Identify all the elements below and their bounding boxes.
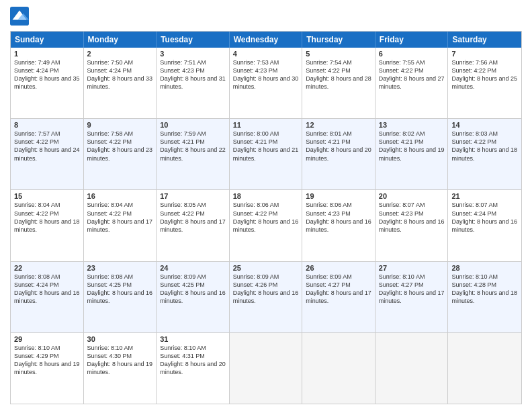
- day-number: 8: [14, 121, 80, 129]
- day-number: 11: [233, 121, 299, 129]
- page: SundayMondayTuesdayWednesdayThursdayFrid…: [0, 0, 532, 411]
- day-number: 18: [233, 192, 299, 200]
- day-number: 22: [14, 264, 80, 272]
- day-number: 14: [451, 121, 518, 129]
- day-info: Sunrise: 7:49 AMSunset: 4:24 PMDaylight:…: [14, 58, 80, 91]
- empty-cell: [448, 333, 521, 404]
- day-number: 4: [233, 50, 299, 58]
- day-info: Sunrise: 8:10 AMSunset: 4:27 PMDaylight:…: [379, 273, 445, 306]
- day-info: Sunrise: 8:08 AMSunset: 4:24 PMDaylight:…: [14, 273, 80, 306]
- day-number: 10: [160, 121, 226, 129]
- calendar-body: 1Sunrise: 7:49 AMSunset: 4:24 PMDaylight…: [11, 48, 521, 404]
- empty-cell: [302, 333, 375, 404]
- day-info: Sunrise: 8:04 AMSunset: 4:22 PMDaylight:…: [14, 201, 80, 234]
- day-cell-20: 20Sunrise: 8:07 AMSunset: 4:23 PMDayligh…: [375, 190, 449, 261]
- day-cell-15: 15Sunrise: 8:04 AMSunset: 4:22 PMDayligh…: [11, 190, 84, 261]
- day-cell-29: 29Sunrise: 8:10 AMSunset: 4:29 PMDayligh…: [11, 333, 84, 404]
- day-info: Sunrise: 7:57 AMSunset: 4:22 PMDaylight:…: [14, 130, 80, 163]
- day-number: 26: [306, 264, 371, 272]
- day-number: 9: [87, 121, 153, 129]
- day-number: 12: [306, 121, 371, 129]
- day-cell-11: 11Sunrise: 8:00 AMSunset: 4:21 PMDayligh…: [230, 119, 303, 189]
- day-info: Sunrise: 7:55 AMSunset: 4:22 PMDaylight:…: [379, 58, 445, 91]
- day-info: Sunrise: 7:58 AMSunset: 4:22 PMDaylight:…: [87, 130, 153, 163]
- day-cell-7: 7Sunrise: 7:56 AMSunset: 4:22 PMDaylight…: [448, 48, 521, 118]
- day-number: 6: [379, 50, 445, 58]
- calendar-row-5: 29Sunrise: 8:10 AMSunset: 4:29 PMDayligh…: [11, 332, 521, 404]
- day-info: Sunrise: 7:56 AMSunset: 4:22 PMDaylight:…: [451, 58, 518, 91]
- day-cell-22: 22Sunrise: 8:08 AMSunset: 4:24 PMDayligh…: [11, 262, 84, 332]
- day-number: 30: [87, 335, 153, 343]
- day-info: Sunrise: 8:09 AMSunset: 4:25 PMDaylight:…: [160, 273, 226, 306]
- day-cell-4: 4Sunrise: 7:53 AMSunset: 4:23 PMDaylight…: [230, 48, 303, 118]
- day-number: 27: [379, 264, 445, 272]
- day-info: Sunrise: 8:06 AMSunset: 4:22 PMDaylight:…: [233, 201, 299, 234]
- day-info: Sunrise: 8:00 AMSunset: 4:21 PMDaylight:…: [233, 130, 299, 163]
- header-day-sunday: Sunday: [11, 32, 84, 48]
- day-cell-27: 27Sunrise: 8:10 AMSunset: 4:27 PMDayligh…: [375, 262, 449, 332]
- logo: [10, 7, 32, 26]
- day-number: 24: [160, 264, 226, 272]
- day-number: 7: [451, 50, 518, 58]
- day-info: Sunrise: 8:04 AMSunset: 4:22 PMDaylight:…: [87, 201, 153, 234]
- day-number: 3: [160, 50, 226, 58]
- day-number: 5: [306, 50, 371, 58]
- calendar-header: SundayMondayTuesdayWednesdayThursdayFrid…: [11, 32, 521, 48]
- day-cell-23: 23Sunrise: 8:08 AMSunset: 4:25 PMDayligh…: [84, 262, 157, 332]
- day-cell-9: 9Sunrise: 7:58 AMSunset: 4:22 PMDaylight…: [84, 119, 157, 189]
- calendar: SundayMondayTuesdayWednesdayThursdayFrid…: [10, 31, 522, 404]
- day-info: Sunrise: 8:01 AMSunset: 4:21 PMDaylight:…: [306, 130, 371, 163]
- header-day-thursday: Thursday: [302, 32, 375, 48]
- day-cell-19: 19Sunrise: 8:06 AMSunset: 4:23 PMDayligh…: [302, 190, 375, 261]
- day-info: Sunrise: 8:09 AMSunset: 4:26 PMDaylight:…: [233, 273, 299, 306]
- day-number: 16: [87, 192, 153, 200]
- day-info: Sunrise: 8:07 AMSunset: 4:24 PMDaylight:…: [451, 201, 518, 234]
- day-cell-10: 10Sunrise: 7:59 AMSunset: 4:21 PMDayligh…: [157, 119, 230, 189]
- day-cell-16: 16Sunrise: 8:04 AMSunset: 4:22 PMDayligh…: [84, 190, 157, 261]
- day-info: Sunrise: 7:54 AMSunset: 4:22 PMDaylight:…: [306, 58, 371, 91]
- day-cell-26: 26Sunrise: 8:09 AMSunset: 4:27 PMDayligh…: [302, 262, 375, 332]
- day-cell-30: 30Sunrise: 8:10 AMSunset: 4:30 PMDayligh…: [84, 333, 157, 404]
- day-number: 29: [14, 335, 80, 343]
- day-cell-21: 21Sunrise: 8:07 AMSunset: 4:24 PMDayligh…: [448, 190, 521, 261]
- day-cell-17: 17Sunrise: 8:05 AMSunset: 4:22 PMDayligh…: [157, 190, 230, 261]
- day-cell-12: 12Sunrise: 8:01 AMSunset: 4:21 PMDayligh…: [302, 119, 375, 189]
- day-cell-13: 13Sunrise: 8:02 AMSunset: 4:21 PMDayligh…: [375, 119, 449, 189]
- day-info: Sunrise: 8:06 AMSunset: 4:23 PMDaylight:…: [306, 201, 371, 234]
- empty-cell: [230, 333, 303, 404]
- day-number: 15: [14, 192, 80, 200]
- day-info: Sunrise: 7:50 AMSunset: 4:24 PMDaylight:…: [87, 58, 153, 91]
- header: [10, 7, 522, 26]
- day-number: 25: [233, 264, 299, 272]
- day-cell-28: 28Sunrise: 8:10 AMSunset: 4:28 PMDayligh…: [448, 262, 521, 332]
- day-info: Sunrise: 8:05 AMSunset: 4:22 PMDaylight:…: [160, 201, 226, 234]
- calendar-row-4: 22Sunrise: 8:08 AMSunset: 4:24 PMDayligh…: [11, 261, 521, 332]
- day-cell-3: 3Sunrise: 7:51 AMSunset: 4:23 PMDaylight…: [157, 48, 230, 118]
- day-number: 20: [379, 192, 445, 200]
- header-day-saturday: Saturday: [448, 32, 521, 48]
- day-number: 21: [451, 192, 518, 200]
- day-info: Sunrise: 8:03 AMSunset: 4:22 PMDaylight:…: [451, 130, 518, 163]
- day-info: Sunrise: 8:02 AMSunset: 4:21 PMDaylight:…: [379, 130, 445, 163]
- day-cell-18: 18Sunrise: 8:06 AMSunset: 4:22 PMDayligh…: [230, 190, 303, 261]
- day-number: 19: [306, 192, 371, 200]
- header-day-monday: Monday: [84, 32, 157, 48]
- header-day-friday: Friday: [375, 32, 449, 48]
- day-info: Sunrise: 8:10 AMSunset: 4:29 PMDaylight:…: [14, 344, 80, 377]
- empty-cell: [375, 333, 449, 404]
- calendar-row-3: 15Sunrise: 8:04 AMSunset: 4:22 PMDayligh…: [11, 189, 521, 261]
- day-info: Sunrise: 8:10 AMSunset: 4:30 PMDaylight:…: [87, 344, 153, 377]
- day-number: 17: [160, 192, 226, 200]
- day-info: Sunrise: 8:08 AMSunset: 4:25 PMDaylight:…: [87, 273, 153, 306]
- day-info: Sunrise: 7:53 AMSunset: 4:23 PMDaylight:…: [233, 58, 299, 91]
- day-info: Sunrise: 7:59 AMSunset: 4:21 PMDaylight:…: [160, 130, 226, 163]
- day-cell-8: 8Sunrise: 7:57 AMSunset: 4:22 PMDaylight…: [11, 119, 84, 189]
- day-cell-1: 1Sunrise: 7:49 AMSunset: 4:24 PMDaylight…: [11, 48, 84, 118]
- calendar-row-2: 8Sunrise: 7:57 AMSunset: 4:22 PMDaylight…: [11, 118, 521, 189]
- day-cell-2: 2Sunrise: 7:50 AMSunset: 4:24 PMDaylight…: [84, 48, 157, 118]
- day-cell-24: 24Sunrise: 8:09 AMSunset: 4:25 PMDayligh…: [157, 262, 230, 332]
- day-cell-25: 25Sunrise: 8:09 AMSunset: 4:26 PMDayligh…: [230, 262, 303, 332]
- calendar-row-1: 1Sunrise: 7:49 AMSunset: 4:24 PMDaylight…: [11, 48, 521, 118]
- day-info: Sunrise: 8:09 AMSunset: 4:27 PMDaylight:…: [306, 273, 371, 306]
- day-number: 23: [87, 264, 153, 272]
